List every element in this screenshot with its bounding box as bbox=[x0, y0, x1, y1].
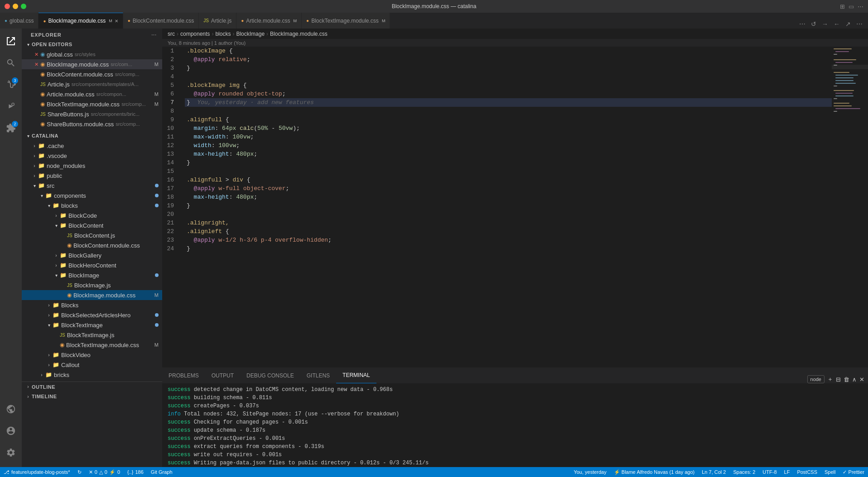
open-editor-blockcontent-css[interactable]: ✕ ◉ BlockContent.module.css src/comp... bbox=[22, 69, 162, 79]
tree-callout[interactable]: › 📁 Callout bbox=[22, 360, 162, 370]
status-info[interactable]: {..} 186 bbox=[124, 467, 147, 477]
breadcrumb-blockimage[interactable]: BlockImage bbox=[236, 31, 265, 37]
activity-account[interactable] bbox=[0, 420, 22, 442]
activity-source-control[interactable]: 3 bbox=[0, 74, 22, 95]
status-cursor-pos[interactable]: Ln 7, Col 2 bbox=[698, 467, 729, 477]
open-editor-blockimage-css[interactable]: ✕ ◉ BlockImage.module.css src/com... M bbox=[22, 59, 162, 69]
timeline-toggle[interactable]: › TIMELINE bbox=[22, 391, 162, 401]
open-editor-sharebuttons-css[interactable]: ✕ ◉ ShareButtons.module.css src/comp... bbox=[22, 119, 162, 129]
tree-blockherocontent[interactable]: › 📁 BlockHeroContent bbox=[22, 260, 162, 270]
tree-blockcode[interactable]: › 📁 BlockCode bbox=[22, 210, 162, 220]
tree-blocks-dir[interactable]: ▾ 📁 blocks bbox=[22, 200, 162, 210]
tree-blockselectedarticleshero[interactable]: › 📁 BlockSelectedArticlesHero bbox=[22, 310, 162, 320]
close-icon[interactable]: ✕ bbox=[34, 62, 39, 67]
node-button[interactable]: node bbox=[807, 375, 825, 383]
panel-tab-gitlens[interactable]: GITLENS bbox=[300, 367, 336, 383]
status-encoding[interactable]: UTF-8 bbox=[759, 467, 780, 477]
split-terminal-icon[interactable]: ⊟ bbox=[836, 376, 841, 383]
tab-article-module-css[interactable]: ● Article.module.css M bbox=[236, 13, 302, 29]
src-folder-icon: 📁 bbox=[38, 182, 45, 189]
tree-vscode[interactable]: › 📁 .vscode bbox=[22, 151, 162, 161]
status-branch[interactable]: ⎇ feature/update-blog-posts* bbox=[0, 467, 74, 477]
breadcrumb-blocks[interactable]: blocks bbox=[215, 31, 231, 37]
open-editor-article-js[interactable]: ✕ JS Article.js src/components/templates… bbox=[22, 79, 162, 89]
panel: PROBLEMS OUTPUT DEBUG CONSOLE GITLENS TE… bbox=[162, 367, 868, 467]
css-icon: ◉ bbox=[40, 91, 45, 97]
catalina-toggle[interactable]: ▾ CATALINA bbox=[22, 131, 162, 141]
activity-extensions[interactable]: 2 bbox=[0, 117, 22, 139]
tree-blockcontent[interactable]: ▾ 📁 BlockContent bbox=[22, 220, 162, 230]
activity-explorer[interactable] bbox=[0, 30, 22, 52]
panel-tab-output[interactable]: OUTPUT bbox=[205, 367, 240, 383]
open-editors-toggle[interactable]: ▾ OPEN EDITORS bbox=[22, 39, 162, 49]
tree-blocks[interactable]: › 📁 Blocks bbox=[22, 300, 162, 310]
toolbar-icon2[interactable]: → bbox=[820, 19, 830, 29]
tree-bricks[interactable]: › 📁 bricks bbox=[22, 370, 162, 380]
tab-blockcontent-module-css[interactable]: ● BlockContent.module.css bbox=[123, 13, 199, 29]
tab-blockimage-module-css[interactable]: ● BlockImage.module.css M ✕ bbox=[39, 13, 123, 29]
chevron-up-icon[interactable]: ∧ bbox=[852, 376, 857, 383]
toolbar-icon4[interactable]: ↗ bbox=[844, 19, 853, 29]
status-sync[interactable]: ↻ bbox=[74, 467, 85, 477]
status-eol[interactable]: LF bbox=[781, 467, 794, 477]
tree-public[interactable]: › 📁 public bbox=[22, 171, 162, 181]
status-git-graph[interactable]: Git Graph bbox=[147, 467, 176, 477]
minimize-button[interactable] bbox=[13, 4, 18, 9]
tree-blocktextimage-js[interactable]: JS BlockTextImage.js bbox=[22, 330, 162, 340]
svg-rect-21 bbox=[835, 108, 860, 109]
open-editor-global-css[interactable]: ✕ ◉ global.css src/styles bbox=[22, 49, 162, 59]
status-prettier[interactable]: ✓ Prettier bbox=[839, 467, 868, 477]
status-spell[interactable]: Spell bbox=[821, 467, 839, 477]
activity-settings[interactable] bbox=[0, 442, 22, 463]
close-button[interactable] bbox=[5, 4, 10, 9]
tab-close-button[interactable]: ✕ bbox=[115, 19, 118, 24]
tree-blockcontent-css[interactable]: ◉ BlockContent.module.css bbox=[22, 240, 162, 250]
open-editor-blocktextimage-css[interactable]: ✕ ◉ BlockTextImage.module.css src/comp..… bbox=[22, 99, 162, 109]
tree-node-modules[interactable]: › 📁 node_modules bbox=[22, 161, 162, 171]
js-icon: JS bbox=[40, 112, 46, 117]
close-panel-icon[interactable]: ✕ bbox=[859, 376, 864, 383]
tree-cache[interactable]: › 📁 .cache bbox=[22, 141, 162, 151]
status-blame-time[interactable]: You, yesterday bbox=[570, 467, 610, 477]
tree-blockcontent-js[interactable]: JS BlockContent.js bbox=[22, 230, 162, 240]
tree-blocktextimage[interactable]: ▾ 📁 BlockTextImage bbox=[22, 320, 162, 330]
tree-blockimage-js[interactable]: JS BlockImage.js bbox=[22, 280, 162, 290]
status-blame-author[interactable]: ⚡ Blame Alfredo Navas (1 day ago) bbox=[610, 467, 698, 477]
code-content[interactable]: .blockImage { @apply relative; } .blockI… bbox=[185, 47, 832, 367]
outline-toggle[interactable]: › OUTLINE bbox=[22, 382, 162, 391]
tree-src[interactable]: ▾ 📁 src bbox=[22, 181, 162, 191]
tree-blockvideo[interactable]: › 📁 BlockVideo bbox=[22, 350, 162, 360]
split-editor-icon[interactable]: ⋯ bbox=[797, 19, 807, 29]
breadcrumb-components[interactable]: components bbox=[180, 31, 210, 37]
breadcrumb-src[interactable]: src bbox=[168, 31, 175, 37]
status-errors[interactable]: ✕ 0 △ 0 ⚡ 0 bbox=[85, 467, 124, 477]
sidebar-menu-icon[interactable]: ··· bbox=[151, 32, 157, 38]
activity-search[interactable] bbox=[0, 52, 22, 74]
tree-blockimage-css[interactable]: ◉ BlockImage.module.css M bbox=[22, 290, 162, 300]
open-editor-article-module-css[interactable]: ✕ ◉ Article.module.css src/compon... M bbox=[22, 89, 162, 99]
tree-blocktextimage-css[interactable]: ◉ BlockTextImage.module.css M bbox=[22, 340, 162, 350]
tab-blocktextimage-module-css[interactable]: ● BlockTextImage.module.css M bbox=[302, 13, 390, 29]
panel-tab-terminal[interactable]: TERMINAL bbox=[336, 367, 376, 383]
tab-article-js[interactable]: JS Article.js bbox=[199, 13, 236, 29]
code-editor[interactable]: 1 2 3 4 5 6 7 8 9 10 11 12 13 14 15 16 1 bbox=[162, 47, 832, 367]
toolbar-icon[interactable]: ↺ bbox=[809, 19, 818, 29]
tab-global-css[interactable]: ● global.css bbox=[0, 13, 39, 29]
activity-run[interactable] bbox=[0, 95, 22, 117]
terminal-content[interactable]: success detected change in DatoCMS conte… bbox=[162, 384, 868, 467]
toolbar-icon5[interactable]: ⋯ bbox=[854, 19, 864, 29]
panel-tab-debug-console[interactable]: DEBUG CONSOLE bbox=[240, 367, 300, 383]
status-spaces[interactable]: Spaces: 2 bbox=[729, 467, 759, 477]
toolbar-icon3[interactable]: ← bbox=[832, 19, 842, 29]
tree-blockimage[interactable]: ▾ 📁 BlockImage bbox=[22, 270, 162, 280]
tree-components[interactable]: ▾ 📁 components bbox=[22, 191, 162, 200]
status-language[interactable]: PostCSS bbox=[793, 467, 821, 477]
close-icon[interactable]: ✕ bbox=[34, 52, 39, 57]
add-terminal-icon[interactable]: ＋ bbox=[827, 375, 833, 383]
panel-tab-problems[interactable]: PROBLEMS bbox=[162, 367, 205, 383]
maximize-button[interactable] bbox=[21, 4, 26, 9]
tree-blockgallery[interactable]: › 📁 BlockGallery bbox=[22, 250, 162, 260]
activity-remote[interactable] bbox=[0, 398, 22, 420]
open-editor-sharebuttons-js[interactable]: ✕ JS ShareButtons.js src/components/bric… bbox=[22, 109, 162, 119]
trash-icon[interactable]: 🗑 bbox=[844, 376, 849, 383]
